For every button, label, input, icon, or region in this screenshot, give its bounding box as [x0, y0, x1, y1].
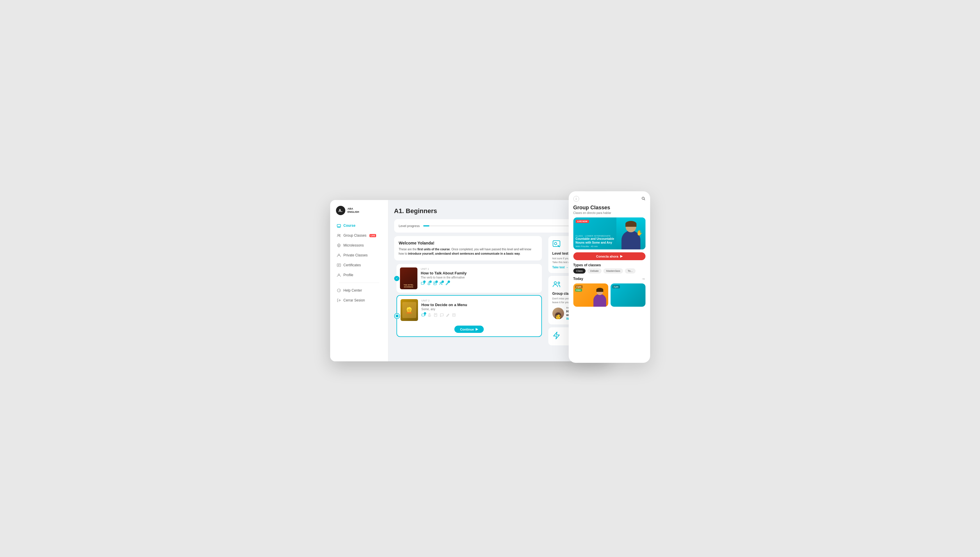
type-tab-masterclass[interactable]: Masterclass [603, 268, 623, 274]
logo-text: ABA ENGLISH [347, 207, 359, 214]
write-check-dot [448, 280, 450, 283]
progress-bar-fill [423, 225, 430, 226]
help-center-icon: ? [337, 288, 341, 293]
person-1-fig [593, 287, 607, 307]
unit-icon-read [433, 282, 437, 286]
sidebar-item-course-label: Course [344, 223, 355, 228]
type-tab-more[interactable]: To... [625, 268, 636, 274]
unit-1-check: ✓ [394, 276, 400, 281]
u2-video-check [424, 312, 426, 314]
take-test-label: Take test [553, 266, 565, 269]
sidebar-item-help-center[interactable]: ? Help Center [333, 286, 385, 295]
mobile-panel: i Group Classes Clases en directo para h… [569, 191, 650, 363]
sidebar-item-microlessons-label: Microlessons [344, 243, 364, 248]
featured-class-card: ✋ LIVE NOW CLASS · LOWER INTERMEDIATE Co… [573, 217, 646, 249]
progress-bar [423, 225, 581, 226]
type-more-label: To... [628, 269, 633, 272]
sidebar-item-course[interactable]: Course [333, 221, 385, 230]
conecta-ahora-button[interactable]: Conecta ahora ▶ [573, 252, 646, 260]
svg-point-3 [338, 244, 340, 247]
svg-rect-23 [429, 313, 430, 316]
unit-2-title: How to Decide on a Menu [421, 303, 538, 307]
video-check-dot [423, 280, 426, 283]
welcome-card: Welcome Yolanda! These are the first uni… [394, 236, 542, 261]
sidebar-item-profile[interactable]: Profile [333, 270, 385, 280]
unit-2-icon-chat [440, 313, 444, 318]
sidebar-item-certificates-label: Certificates [344, 263, 361, 267]
welcome-title: Welcome Yolanda! [399, 241, 537, 245]
private-classes-icon [337, 253, 341, 257]
type-masterclass-label: Masterclass [606, 269, 620, 272]
group-check-dot [442, 280, 444, 283]
featured-info: CLASS · LOWER INTERMEDIATE Countable and… [573, 233, 619, 249]
beginner-avatar: 👩 [553, 308, 564, 319]
today-header: Today → [573, 277, 646, 281]
svg-point-20 [440, 282, 441, 283]
info-icon: i [573, 196, 579, 202]
logo-initial: A. [339, 208, 342, 213]
unit-list: ✓ THE HOTELDOORMAN UNIT 1 How to Talk Ab… [394, 264, 542, 337]
today-card-2[interactable]: 2 pm [611, 283, 646, 307]
sidebar-item-cerrar-sesion[interactable]: Cerrar Sesion [333, 296, 385, 305]
unit-2-icon-video [421, 313, 425, 318]
today-cards: 2 pm FREE 2 pm [573, 283, 646, 307]
today-card-1-person [592, 287, 607, 307]
welcome-text: These are the first units of the course.… [399, 247, 537, 256]
unit-2-icon-read [434, 313, 437, 318]
unit-2-inner: 👱 UNIT 2 How to Decide on a Menu Some, a… [401, 299, 538, 321]
unit-2-card: 👱 UNIT 2 How to Decide on a Menu Some, a… [396, 295, 542, 337]
type-tab-debate[interactable]: Debate [587, 268, 602, 274]
unit-icon-write [445, 282, 449, 286]
svg-rect-0 [337, 225, 341, 227]
sidebar-item-microlessons[interactable]: Microlessons [333, 241, 385, 250]
type-debate-label: Debate [590, 269, 598, 272]
type-class-label: Class [576, 269, 583, 272]
main-window: A. ABA ENGLISH Course [330, 200, 610, 362]
left-column: Welcome Yolanda! These are the first uni… [394, 236, 542, 345]
unit-2-icon-task [452, 313, 456, 318]
microlessons-icon [337, 243, 341, 248]
course-icon [337, 223, 341, 228]
sidebar-item-private-classes[interactable]: Private Classes [333, 251, 385, 260]
continue-button[interactable]: Continue ▶ [454, 326, 484, 333]
unit-2-desc: Some, any [421, 308, 538, 311]
p1-body [594, 294, 606, 307]
sidebar-item-private-classes-label: Private Classes [344, 253, 368, 257]
unit-icon-mic [427, 282, 431, 286]
svg-point-33 [554, 282, 556, 284]
hand-wave: ✋ [636, 230, 642, 236]
unit-2-thumbnail: 👱 [401, 299, 418, 321]
read-check-dot [435, 280, 438, 283]
logo-area: A. ABA ENGLISH [330, 206, 388, 221]
svg-point-2 [339, 234, 340, 236]
sidebar-item-profile-label: Profile [344, 273, 354, 277]
unit-1-desc: The verb to have in the affirmative [421, 276, 538, 279]
lightning-icon [553, 331, 561, 341]
live-now-badge: LIVE NOW [576, 220, 589, 223]
today-card-1-free: FREE [575, 289, 582, 292]
mic-check-dot [429, 280, 432, 283]
search-icon[interactable] [641, 197, 646, 202]
sidebar-item-certificates[interactable]: Certificates [333, 261, 385, 270]
unit-icon-group [439, 282, 443, 286]
today-arrow-icon[interactable]: → [641, 277, 646, 281]
type-tab-class[interactable]: Class [573, 268, 586, 274]
mobile-panel-subtitle: Clases en directo para hablar [573, 211, 646, 215]
svg-point-1 [338, 234, 339, 236]
unit-1-thumbnail: THE HOTELDOORMAN [400, 267, 417, 289]
group-classes-icon [337, 233, 341, 238]
featured-class-teacher: With Priscilla · 40 min [576, 245, 617, 248]
sidebar-item-group-classes[interactable]: Group Classes LIVE [333, 231, 385, 240]
sidebar: A. ABA ENGLISH Course [330, 200, 388, 362]
unit-2-info: UNIT 2 How to Decide on a Menu Some, any [421, 299, 538, 318]
svg-point-32 [554, 243, 557, 245]
svg-point-4 [338, 245, 339, 246]
types-section: Types of classes Class Debate Masterclas… [573, 263, 646, 274]
continue-btn-wrap: Continue ▶ [401, 323, 538, 333]
svg-text:?: ? [339, 289, 340, 292]
today-card-1[interactable]: 2 pm FREE [573, 283, 608, 307]
unit-2-label: UNIT 2 [421, 299, 538, 302]
unit-2-icon-mic [427, 313, 431, 318]
mobile-title-section: Group Classes Clases en directo para hab… [573, 205, 646, 215]
featured-class-label: CLASS · LOWER INTERMEDIATE [576, 235, 617, 237]
